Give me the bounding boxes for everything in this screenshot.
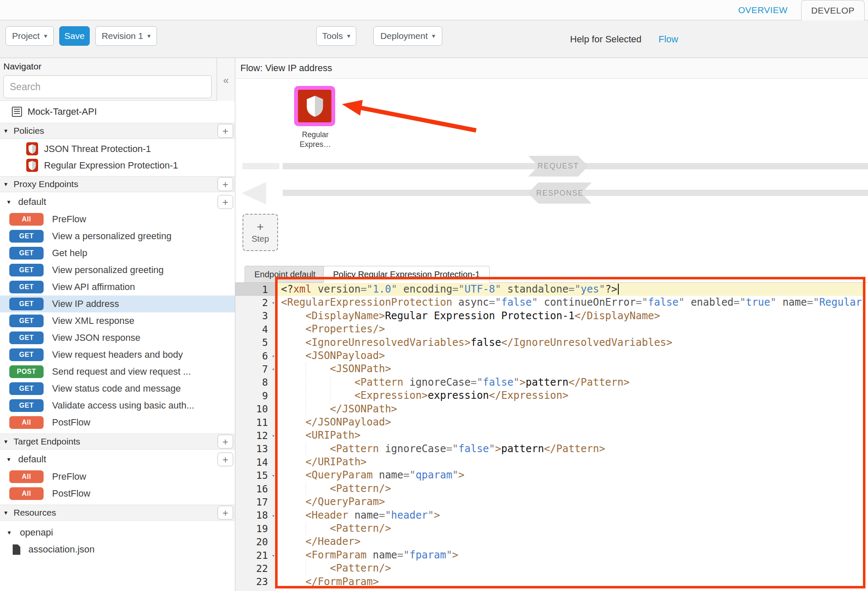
code-token: " [678, 296, 684, 308]
code-line[interactable]: <JSONPath> [276, 362, 864, 376]
code-line[interactable]: </JSONPath> [276, 403, 864, 416]
code-token: name [783, 296, 807, 308]
code-line[interactable]: <Header name="header"> [276, 509, 864, 522]
sidebar-section-proxy-endpoints[interactable]: ▾Proxy Endpoints+ [0, 176, 235, 192]
deployment-menu-button[interactable]: Deployment ▾ [373, 26, 442, 46]
sidebar-flow-preflow[interactable]: AllPreFlow [0, 468, 235, 485]
sidebar-flow-preflow[interactable]: AllPreFlow [0, 211, 235, 228]
chevron-down-icon: ▾ [44, 32, 47, 40]
sidebar-section-resources[interactable]: ▾Resources+ [0, 505, 235, 521]
sidebar-section-policies[interactable]: ▾Policies+ [0, 123, 235, 139]
fold-caret-icon[interactable]: ▾ [272, 473, 275, 478]
sidebar-flow-view-a-personalized-greeting[interactable]: GETView a personalized greeting [0, 228, 235, 245]
tools-menu-button[interactable]: Tools ▾ [316, 26, 356, 46]
fold-caret-icon[interactable]: ▾ [272, 300, 275, 306]
search-input[interactable] [3, 75, 212, 98]
add-resources-button[interactable]: + [218, 506, 233, 520]
code-line[interactable]: </JSONPayload> [276, 416, 864, 429]
code-line[interactable]: <Pattern/> [276, 522, 864, 535]
sidebar-flow-postflow[interactable]: AllPostFlow [0, 414, 235, 431]
policy-node-regular-expression[interactable] [294, 86, 335, 126]
fold-caret-icon[interactable]: ▾ [272, 367, 275, 372]
code-line[interactable]: <Pattern/> [276, 482, 864, 495]
code-line[interactable]: </URIPath> [276, 456, 864, 469]
method-badge: GET [9, 315, 44, 327]
line-number-text: 12 [256, 430, 268, 441]
code-line[interactable]: <Pattern ignoreCase="false">pattern</Pat… [276, 376, 864, 389]
revision-menu-label: Revision 1 [102, 31, 143, 41]
text-cursor [618, 284, 619, 295]
line-number-text: 13 [256, 443, 268, 454]
code-line[interactable]: <RegularExpressionProtection async="fals… [276, 296, 864, 309]
chevron-down-icon: ▾ [347, 32, 350, 40]
add-step-button[interactable]: + Step [242, 214, 278, 251]
sidebar-section-target-endpoints[interactable]: ▾Target Endpoints+ [0, 434, 235, 450]
sidebar-flow-label: Validate access using basic auth... [52, 400, 194, 411]
sidebar-policy-json-threat-protection-1[interactable]: JSON Threat Protection-1 [0, 141, 235, 157]
sidebar-item-default[interactable]: ▾default+ [0, 450, 235, 468]
code-line[interactable]: <IgnoreUnresolvedVariables>false</Ignore… [276, 336, 864, 349]
code-line[interactable]: <Pattern/> [276, 562, 864, 575]
sidebar-flow-get-help[interactable]: GETGet help [0, 245, 235, 262]
editor-tab-endpoint-default[interactable]: Endpoint default [245, 266, 325, 283]
sidebar-item-default[interactable]: ▾default+ [0, 193, 235, 211]
editor-tab-policy-regular-expression-protection-1[interactable]: Policy Regular Expression Protection-1 [323, 266, 490, 283]
tab-develop[interactable]: DEVELOP [801, 0, 865, 20]
sidebar-file-association-json[interactable]: association.json [0, 541, 235, 558]
project-menu-button[interactable]: Project ▾ [6, 26, 54, 46]
code-line[interactable]: <Expression>expression</Expression> [276, 389, 864, 402]
sidebar-item-openapi[interactable]: ▾openapi [0, 524, 235, 541]
sidebar-flow-view-xml-response[interactable]: GETView XML response [0, 312, 235, 329]
sidebar-flow-postflow[interactable]: AllPostFlow [0, 485, 235, 502]
code-token: </QueryParam> [306, 496, 385, 508]
code-token: " [770, 296, 776, 308]
sidebar-flow-view-request-headers-and-body[interactable]: GETView request headers and body [0, 346, 235, 363]
code-token: ignoreCase [385, 443, 446, 455]
code-token: > [458, 469, 464, 481]
code-line[interactable]: <?xml version="1.0" encoding="UTF-8" sta… [276, 283, 864, 296]
add-button[interactable]: + [218, 453, 233, 467]
code-token: false [648, 296, 678, 308]
add-button[interactable]: + [218, 195, 233, 209]
sidebar-flow-view-personalized-greeting[interactable]: GETView personalized greeting [0, 262, 235, 279]
sidebar-flow-view-api-affirmation[interactable]: GETView API affirmation [0, 279, 235, 296]
fold-caret-icon[interactable]: ▾ [272, 353, 275, 359]
sidebar-flow-validate-access-using-basic-auth[interactable]: GETValidate access using basic auth... [0, 397, 235, 414]
code-line[interactable]: <JSONPayload> [276, 349, 864, 362]
sidebar-policy-regular-expression-protection-1[interactable]: Regular Expression Protection-1 [0, 157, 235, 174]
line-number-text: 23 [256, 576, 268, 587]
sidebar-item-mock-target-api[interactable]: Mock-Target-API [0, 103, 235, 120]
code-line[interactable]: </FormParam> [276, 575, 864, 588]
code-token [348, 509, 354, 521]
code-token: </FormParam> [306, 576, 379, 588]
code-line[interactable]: <Properties/> [276, 323, 864, 336]
tab-overview[interactable]: OVERVIEW [738, 0, 788, 20]
code-editor[interactable]: 12▾3456▾7▾89101112▾131415▾161718▾192021▾… [235, 283, 868, 591]
add-proxy-endpoints-button[interactable]: + [218, 177, 233, 191]
navigator-sidebar: Navigator « Mock-Target-API▾Policies+JSO… [0, 58, 235, 591]
fold-caret-icon[interactable]: ▾ [272, 513, 275, 519]
line-number-text: 8 [262, 377, 268, 388]
add-policies-button[interactable]: + [218, 124, 233, 138]
fold-caret-icon[interactable]: ▾ [272, 433, 275, 439]
flow-help-link[interactable]: Flow [659, 20, 678, 58]
code-line[interactable]: <DisplayName>Regular Expression Protecti… [276, 309, 864, 323]
sidebar-flow-send-request-and-view-request[interactable]: POSTSend request and view request ... [0, 363, 235, 380]
code-line[interactable]: <QueryParam name="qparam"> [276, 469, 864, 482]
save-button-label: Save [64, 31, 85, 41]
save-button[interactable]: Save [59, 26, 90, 46]
code-line[interactable]: <Pattern ignoreCase="false">pattern</Pat… [276, 442, 864, 456]
editor-code-lines[interactable]: <?xml version="1.0" encoding="UTF-8" sta… [276, 283, 864, 591]
collapse-sidebar-icon[interactable]: « [220, 74, 232, 87]
add-target-endpoints-button[interactable]: + [218, 435, 233, 449]
sidebar-section-label: Proxy Endpoints [14, 179, 78, 189]
sidebar-flow-view-ip-address[interactable]: GETView IP address [0, 296, 235, 312]
sidebar-flow-view-status-code-and-message[interactable]: GETView status code and message [0, 380, 235, 397]
revision-menu-button[interactable]: Revision 1 ▾ [95, 26, 157, 46]
code-line[interactable]: </QueryParam> [276, 495, 864, 508]
fold-caret-icon[interactable]: ▾ [272, 553, 275, 558]
code-line[interactable]: <URIPath> [276, 429, 864, 442]
sidebar-flow-view-json-response[interactable]: GETView JSON response [0, 329, 235, 346]
code-line[interactable]: <FormParam name="fparam"> [276, 549, 864, 562]
code-line[interactable]: </Header> [276, 535, 864, 548]
